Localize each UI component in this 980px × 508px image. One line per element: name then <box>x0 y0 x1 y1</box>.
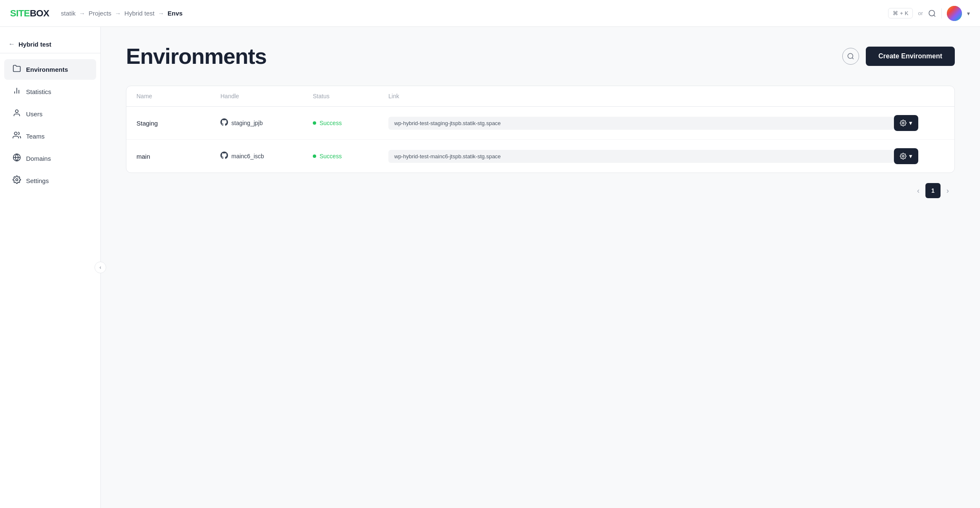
svg-point-10 <box>902 122 904 124</box>
svg-point-5 <box>14 132 17 135</box>
sidebar-item-environments[interactable]: Environments <box>4 59 96 80</box>
env-actions-main: ▾ <box>894 148 944 164</box>
svg-point-9 <box>848 53 853 58</box>
sidebar-item-teams[interactable]: Teams <box>4 126 96 147</box>
pagination-page-1[interactable]: 1 <box>925 183 941 198</box>
environments-table: Name Handle Status Link Staging staging_… <box>126 86 955 173</box>
env-link-main[interactable]: wp-hybrid-test-mainc6-jtspb.statik-stg.s… <box>388 150 894 163</box>
pagination-prev-button[interactable]: ‹ <box>914 184 922 198</box>
col-header-name: Name <box>136 93 220 100</box>
status-text-staging: Success <box>320 120 342 126</box>
header-actions: Create Environment <box>842 47 955 66</box>
col-header-status: Status <box>313 93 388 100</box>
create-environment-button[interactable]: Create Environment <box>866 47 955 66</box>
kbd-plus: + <box>900 10 903 16</box>
breadcrumb-envs: Envs <box>168 10 183 17</box>
status-dot-main <box>313 154 316 158</box>
bar-chart-icon <box>13 86 21 97</box>
sidebar-item-label: Users <box>26 110 42 118</box>
pagination: ‹ 1 › <box>126 183 955 198</box>
env-name-staging: Staging <box>136 120 220 127</box>
sidebar-item-label: Environments <box>26 66 68 73</box>
github-icon <box>220 118 228 128</box>
collapse-icon: ‹ <box>100 264 101 270</box>
logo-box: BOX <box>30 8 49 18</box>
sidebar-back-button[interactable]: ← Hybrid test <box>0 35 100 53</box>
topnav-right: ⌘ + K or ▾ <box>888 6 970 21</box>
status-text-main: Success <box>320 153 342 160</box>
breadcrumb-arrow-3: → <box>158 10 164 17</box>
environments-search-button[interactable] <box>842 48 859 65</box>
topnav-left: SITEBOX statik → Projects → Hybrid test … <box>10 8 183 19</box>
sidebar-item-label: Settings <box>26 177 49 184</box>
main-content: Environments Create Environment Name Han… <box>101 27 980 508</box>
svg-point-0 <box>929 10 935 16</box>
breadcrumb-arrow-1: → <box>79 10 85 17</box>
table-row: Staging staging_jpjb Success wp-hybrid-t… <box>126 107 954 140</box>
main-layout: ← Hybrid test Environments Statistics <box>0 27 980 508</box>
sidebar-collapse-button[interactable]: ‹ <box>94 262 106 273</box>
globe-icon <box>13 153 21 164</box>
svg-point-8 <box>16 179 18 181</box>
content-header: Environments Create Environment <box>126 44 955 69</box>
breadcrumb-projects[interactable]: Projects <box>89 10 111 17</box>
settings-gear-icon <box>900 120 907 126</box>
sidebar-item-label: Statistics <box>26 88 51 95</box>
back-arrow-icon: ← <box>8 40 15 48</box>
env-status-main: Success <box>313 153 388 160</box>
env-actions-staging: ▾ <box>894 115 944 131</box>
sidebar-item-domains[interactable]: Domains <box>4 148 96 169</box>
nav-divider <box>941 8 942 18</box>
logo-site: SITE <box>10 8 30 18</box>
kbd-or-text: or <box>918 10 923 16</box>
svg-point-11 <box>902 155 904 157</box>
avatar[interactable] <box>947 6 962 21</box>
user-menu-chevron[interactable]: ▾ <box>967 10 970 17</box>
keyboard-shortcut: ⌘ + K <box>888 8 913 18</box>
svg-point-4 <box>16 110 18 113</box>
logo: SITEBOX <box>10 8 49 19</box>
page-title: Environments <box>126 44 267 69</box>
kbd-cmd: ⌘ <box>893 10 898 16</box>
avatar-image <box>947 6 962 21</box>
sidebar-item-settings[interactable]: Settings <box>4 170 96 191</box>
table-row: main mainc6_iscb Success wp-hybrid-test-… <box>126 140 954 173</box>
sidebar-item-label: Teams <box>26 133 45 140</box>
folder-icon <box>13 64 21 75</box>
action-btn-chevron-staging: ▾ <box>909 119 912 127</box>
col-header-actions <box>894 93 944 100</box>
action-btn-chevron-main: ▾ <box>909 152 912 160</box>
sidebar-project-name: Hybrid test <box>18 41 51 48</box>
env-handle-staging: staging_jpjb <box>220 118 313 128</box>
topnav: SITEBOX statik → Projects → Hybrid test … <box>0 0 980 27</box>
sidebar-item-label: Domains <box>26 155 51 162</box>
env-name-main: main <box>136 153 220 160</box>
breadcrumb-statik[interactable]: statik <box>61 10 76 17</box>
user-circle-icon <box>13 109 21 119</box>
table-header: Name Handle Status Link <box>126 86 954 107</box>
breadcrumb: statik → Projects → Hybrid test → Envs <box>61 10 183 17</box>
col-header-link: Link <box>388 93 894 100</box>
logo-text: SITEBOX <box>10 8 49 19</box>
env-status-staging: Success <box>313 120 388 126</box>
env-settings-button-staging[interactable]: ▾ <box>894 115 918 131</box>
env-link-staging[interactable]: wp-hybrid-test-staging-jtspb.statik-stg.… <box>388 117 894 130</box>
col-header-handle: Handle <box>220 93 313 100</box>
breadcrumb-hybrid-test[interactable]: Hybrid test <box>124 10 155 17</box>
env-settings-button-main[interactable]: ▾ <box>894 148 918 164</box>
sidebar-item-users[interactable]: Users <box>4 104 96 124</box>
github-icon-main <box>220 152 228 161</box>
users-icon <box>13 131 21 141</box>
search-button[interactable] <box>928 9 936 18</box>
kbd-k: K <box>905 10 909 16</box>
env-handle-main: mainc6_iscb <box>220 152 313 161</box>
env-handle-text-main: mainc6_iscb <box>231 153 264 160</box>
env-handle-text-staging: staging_jpjb <box>231 120 263 126</box>
gear-icon <box>13 175 21 186</box>
sidebar-item-statistics[interactable]: Statistics <box>4 81 96 102</box>
pagination-next-button[interactable]: › <box>944 184 951 198</box>
status-dot-staging <box>313 121 316 125</box>
breadcrumb-arrow-2: → <box>115 10 121 17</box>
settings-gear-icon-main <box>900 153 907 160</box>
sidebar: ← Hybrid test Environments Statistics <box>0 27 101 508</box>
